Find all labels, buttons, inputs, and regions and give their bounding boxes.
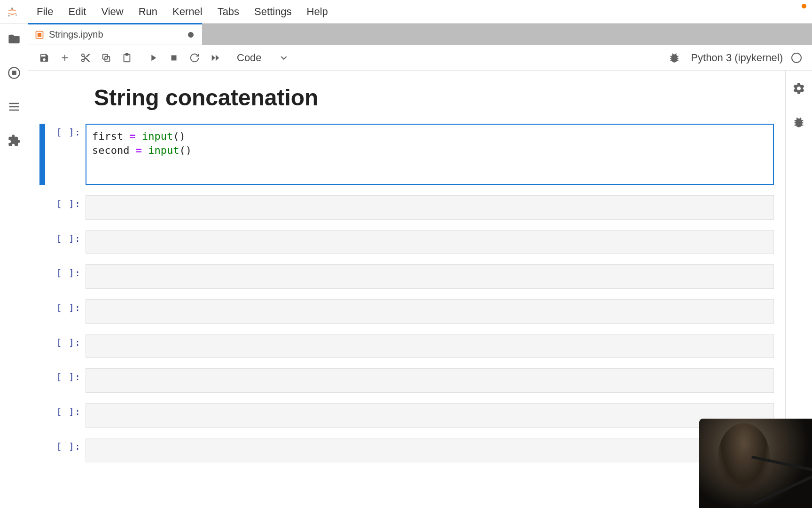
restart-button[interactable] bbox=[185, 48, 204, 67]
execution-prompt: [ ]: bbox=[47, 334, 86, 358]
execution-prompt: [ ]: bbox=[47, 264, 86, 289]
code-cell[interactable]: [ ]:first = input() second = input() bbox=[39, 124, 774, 185]
menu-tabs[interactable]: Tabs bbox=[210, 3, 247, 21]
svg-point-2 bbox=[16, 14, 17, 16]
left-sidebar bbox=[0, 24, 28, 508]
debugger-panel-icon[interactable] bbox=[792, 116, 805, 131]
menu-file[interactable]: File bbox=[29, 3, 61, 21]
code-cell[interactable]: [ ]: bbox=[39, 334, 774, 358]
menu-bar: File Edit View Run Kernel Tabs Settings … bbox=[0, 0, 812, 24]
debugger-button[interactable] bbox=[668, 52, 680, 64]
paste-button[interactable] bbox=[117, 48, 136, 67]
svg-point-1 bbox=[8, 15, 10, 16]
cell-editor[interactable] bbox=[86, 334, 774, 358]
execution-prompt: [ ]: bbox=[47, 368, 86, 393]
cell-editor[interactable] bbox=[86, 230, 774, 254]
cell-editor[interactable] bbox=[86, 368, 774, 393]
menu-kernel[interactable]: Kernel bbox=[165, 3, 210, 21]
menu-edit[interactable]: Edit bbox=[61, 3, 94, 21]
cell-type-label: Code bbox=[237, 52, 262, 64]
cell-gutter bbox=[39, 403, 45, 428]
cell-editor[interactable] bbox=[86, 299, 774, 324]
toc-icon[interactable] bbox=[7, 100, 21, 114]
cell-gutter bbox=[39, 230, 45, 254]
save-button[interactable] bbox=[35, 48, 54, 67]
cell-gutter bbox=[39, 334, 45, 358]
cell-editor[interactable] bbox=[86, 403, 774, 428]
cell-editor[interactable] bbox=[86, 195, 774, 220]
copy-button[interactable] bbox=[97, 48, 116, 67]
kernel-status-idle[interactable] bbox=[791, 53, 802, 63]
tab-label: Strings.ipynb bbox=[49, 29, 103, 40]
code-cell[interactable]: [ ]: bbox=[39, 195, 774, 220]
execution-prompt: [ ]: bbox=[47, 299, 86, 324]
code-cell[interactable]: [ ]: bbox=[39, 230, 774, 254]
svg-rect-4 bbox=[12, 71, 16, 75]
execution-prompt: [ ]: bbox=[47, 403, 86, 428]
cell-gutter bbox=[39, 264, 45, 289]
stop-button[interactable] bbox=[164, 48, 183, 67]
markdown-heading[interactable]: String concatenation bbox=[94, 85, 774, 111]
run-button[interactable] bbox=[144, 48, 163, 67]
folder-icon[interactable] bbox=[7, 32, 21, 46]
svg-rect-6 bbox=[38, 32, 41, 36]
tab-notebook[interactable]: Strings.ipynb bbox=[28, 23, 202, 45]
menu-settings[interactable]: Settings bbox=[247, 3, 299, 21]
extensions-icon[interactable] bbox=[7, 134, 21, 148]
running-icon[interactable] bbox=[7, 66, 21, 80]
code-cell[interactable]: [ ]: bbox=[39, 264, 774, 289]
cell-gutter bbox=[39, 368, 45, 393]
svg-rect-10 bbox=[125, 53, 128, 55]
cell-editor[interactable]: first = input() second = input() bbox=[86, 124, 774, 185]
code-cell[interactable]: [ ]: bbox=[39, 403, 774, 428]
cell-gutter bbox=[39, 195, 45, 220]
code-cell[interactable]: [ ]: bbox=[39, 299, 774, 324]
execution-prompt: [ ]: bbox=[47, 124, 86, 185]
cell-editor[interactable] bbox=[86, 438, 774, 462]
kernel-switcher[interactable]: Python 3 (ipykernel) bbox=[691, 52, 783, 64]
jupyter-logo[interactable] bbox=[5, 4, 20, 19]
execution-prompt: [ ]: bbox=[47, 230, 86, 254]
menu-view[interactable]: View bbox=[94, 3, 131, 21]
tab-bar: Strings.ipynb bbox=[28, 24, 812, 45]
cell-gutter bbox=[39, 299, 45, 324]
add-cell-button[interactable] bbox=[55, 48, 74, 67]
execution-prompt: [ ]: bbox=[47, 438, 86, 462]
execution-prompt: [ ]: bbox=[47, 195, 86, 220]
svg-point-0 bbox=[11, 7, 13, 9]
unsaved-indicator bbox=[188, 32, 194, 38]
notebook-content[interactable]: String concatenation[ ]:first = input() … bbox=[28, 71, 786, 508]
cell-type-select[interactable]: Code bbox=[232, 50, 292, 66]
chevron-down-icon bbox=[281, 55, 287, 61]
svg-rect-11 bbox=[172, 55, 177, 60]
code-cell[interactable]: [ ]: bbox=[39, 438, 774, 462]
notebook-toolbar: Code Python 3 (ipykernel) bbox=[28, 45, 812, 71]
cut-button[interactable] bbox=[76, 48, 95, 67]
code-cell[interactable]: [ ]: bbox=[39, 368, 774, 393]
menu-help[interactable]: Help bbox=[299, 3, 336, 21]
cell-gutter bbox=[39, 438, 45, 462]
property-inspector-icon[interactable] bbox=[792, 82, 805, 97]
notification-dot bbox=[802, 4, 806, 8]
run-all-button[interactable] bbox=[206, 48, 225, 67]
webcam-overlay bbox=[699, 419, 812, 508]
notebook-icon bbox=[35, 30, 44, 40]
cell-editor[interactable] bbox=[86, 264, 774, 289]
menu-run[interactable]: Run bbox=[131, 3, 165, 21]
cell-gutter bbox=[39, 124, 45, 185]
